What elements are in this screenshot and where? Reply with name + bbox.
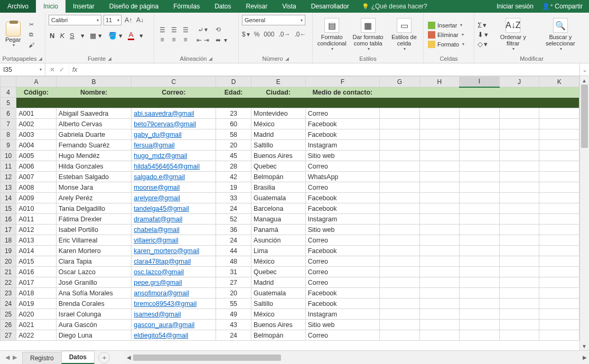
cell[interactable]: 24 — [216, 203, 251, 214]
cell[interactable]: Diego Luna — [56, 330, 132, 341]
cell[interactable] — [539, 309, 579, 320]
cell[interactable]: 23 — [216, 108, 251, 119]
cell[interactable] — [419, 320, 460, 330]
conditional-formatting-button[interactable]: ▤ Formato condicional▾ — [316, 17, 348, 52]
cell[interactable] — [460, 151, 500, 161]
cell-email-link[interactable]: tandelga45@gmail — [132, 203, 216, 214]
cell[interactable]: Israel Colunga — [56, 309, 132, 320]
cell[interactable]: Correo — [305, 277, 379, 288]
cell[interactable] — [380, 129, 420, 140]
cell[interactable] — [380, 288, 420, 298]
cell[interactable] — [419, 87, 460, 98]
cell[interactable] — [419, 225, 460, 235]
cell[interactable] — [380, 267, 420, 277]
sheet-tab-registro[interactable]: Registro — [22, 352, 62, 364]
cell[interactable] — [499, 309, 539, 320]
format-cells-button[interactable]: Formato▾ — [427, 40, 465, 49]
cell[interactable]: Facebook — [305, 129, 379, 140]
cell[interactable]: Fernando Suaréz — [56, 140, 132, 151]
cell[interactable]: Correo — [305, 108, 379, 119]
cell[interactable]: A009 — [16, 193, 57, 203]
cell[interactable] — [499, 214, 539, 225]
clipboard-launcher-icon[interactable]: ◢ — [39, 56, 42, 61]
cell[interactable] — [539, 256, 579, 267]
cell[interactable] — [499, 330, 539, 341]
cell[interactable]: Instagram — [305, 214, 379, 225]
cell[interactable] — [380, 151, 420, 161]
row-header[interactable]: 26 — [1, 320, 16, 330]
tab-file[interactable]: Archivo — [0, 0, 36, 13]
cell[interactable] — [419, 298, 460, 309]
row-header[interactable]: 19 — [1, 246, 16, 256]
border-button[interactable]: ▦▾ — [89, 32, 104, 40]
cell[interactable] — [539, 267, 579, 277]
vertical-scrollbar[interactable]: ▲ ▼ — [579, 76, 589, 350]
wrap-text-button[interactable]: ⟲ — [216, 26, 227, 33]
cell[interactable]: Código: — [16, 87, 57, 98]
cell[interactable]: 58 — [216, 129, 251, 140]
cell[interactable]: 44 — [216, 246, 251, 256]
cell[interactable] — [380, 225, 420, 235]
cell[interactable] — [380, 119, 420, 129]
cell[interactable]: Sitio web — [305, 320, 379, 330]
row-header[interactable]: 7 — [1, 119, 16, 129]
cell[interactable] — [380, 277, 420, 288]
row-header[interactable]: 23 — [1, 288, 16, 298]
chevron-down-icon[interactable]: ▾ — [80, 32, 86, 40]
cell[interactable]: A001 — [16, 108, 57, 119]
cell[interactable]: Facebook — [305, 246, 379, 256]
cell[interactable]: Facebook — [305, 119, 379, 129]
cell[interactable] — [380, 235, 420, 246]
cell[interactable]: Ciudad: — [251, 87, 306, 98]
cell[interactable]: Esteban Salgado — [56, 172, 132, 182]
cell[interactable]: Correo — [305, 330, 379, 341]
cell[interactable]: Arely Peréz — [56, 193, 132, 203]
col-header-J[interactable]: J — [499, 77, 539, 87]
scroll-down-icon[interactable]: ▼ — [580, 342, 588, 350]
cell[interactable] — [419, 129, 460, 140]
cell[interactable] — [419, 256, 460, 267]
sort-filter-button[interactable]: A↓Z Ordenar y filtrar▾ — [493, 17, 533, 52]
cell[interactable]: Managua — [251, 214, 306, 225]
cell[interactable]: Ana Sofía Morales — [56, 288, 132, 298]
row-header[interactable]: 21 — [1, 267, 16, 277]
cell[interactable] — [499, 108, 539, 119]
cell[interactable]: Karen Mortero — [56, 246, 132, 256]
cell[interactable]: A004 — [16, 140, 57, 151]
cell[interactable] — [539, 172, 579, 182]
cell-email-link[interactable]: chabela@gmail — [132, 225, 216, 235]
underline-button[interactable]: S — [69, 32, 76, 40]
cell[interactable] — [539, 161, 579, 172]
col-header-I[interactable]: I — [460, 77, 500, 87]
tab-home[interactable]: Inicio — [36, 0, 66, 13]
cell-email-link[interactable]: gascon_aura@gmail — [132, 320, 216, 330]
cell[interactable] — [419, 161, 460, 172]
cell[interactable]: 55 — [216, 298, 251, 309]
cell[interactable]: A002 — [16, 119, 57, 129]
cell[interactable]: México — [251, 256, 306, 267]
align-left-icon[interactable]: ≡ — [157, 36, 167, 43]
expand-formula-bar-icon[interactable]: ⌄ — [579, 63, 589, 76]
cell[interactable] — [460, 129, 500, 140]
format-as-table-button[interactable]: ▦ Dar formato como tabla▾ — [350, 17, 386, 52]
cell[interactable] — [460, 108, 500, 119]
row-header[interactable]: 4 — [1, 87, 16, 98]
font-size-select[interactable]: 11▾ — [104, 15, 121, 25]
cell[interactable] — [419, 288, 460, 298]
font-name-select[interactable]: Calibri▾ — [49, 15, 101, 25]
cell-email-link[interactable]: ansofimora@gmail — [132, 288, 216, 298]
align-center-icon[interactable]: ≡ — [169, 36, 179, 43]
cell[interactable]: Aura Gascón — [56, 320, 132, 330]
cell[interactable]: 52 — [216, 214, 251, 225]
cell[interactable]: Alberto Cervas — [56, 119, 132, 129]
share-button[interactable]: 👤⁺ Compartir — [542, 3, 583, 10]
cell[interactable]: A012 — [16, 225, 57, 235]
scroll-up-icon[interactable]: ▲ — [580, 76, 588, 85]
cell[interactable]: A020 — [16, 309, 57, 320]
cell[interactable]: Monse Jara — [56, 182, 132, 193]
col-header-D[interactable]: D — [216, 77, 251, 87]
row-header[interactable]: 16 — [1, 214, 16, 225]
percent-icon[interactable]: % — [254, 31, 260, 38]
cell[interactable]: A021 — [16, 320, 57, 330]
font-launcher-icon[interactable]: ◢ — [108, 56, 111, 61]
